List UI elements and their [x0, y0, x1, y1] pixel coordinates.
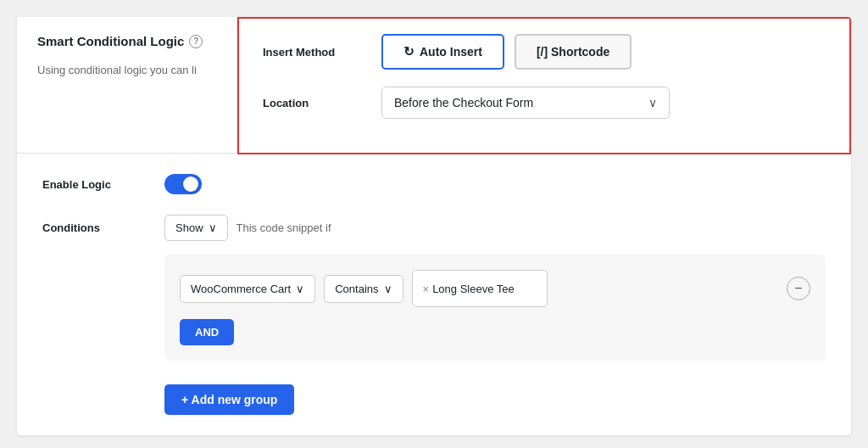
add-new-group-button[interactable]: + Add new group [164, 384, 294, 415]
insert-method-buttons: ↻ Auto Insert [/] Shortcode [381, 34, 632, 70]
location-dropdown[interactable]: Before the Checkout Form ∨ [381, 87, 670, 119]
left-panel: Smart Conditional Logic ? Using conditio… [17, 17, 237, 153]
tag-input[interactable]: × Long Sleeve Tee [412, 270, 548, 307]
show-dropdown[interactable]: Show ∨ [164, 215, 228, 241]
condition-row: WooCommerce Cart ∨ Contains ∨ × Long Sle… [180, 270, 810, 307]
conditions-content: Show ∨ This code snippet if WooCommerce … [164, 215, 826, 415]
panel-description: Using conditional logic you can li [37, 62, 216, 79]
contains-chevron-icon: ∨ [384, 283, 392, 295]
enable-logic-label: Enable Logic [42, 178, 144, 191]
show-condition-row: Show ∨ This code snippet if [164, 215, 826, 241]
contains-label: Contains [335, 283, 378, 295]
shortcode-button[interactable]: [/] Shortcode [515, 34, 632, 70]
help-icon[interactable]: ? [189, 35, 203, 48]
tag-value: Long Sleeve Tee [432, 283, 515, 295]
conditions-label: Conditions [42, 215, 144, 234]
location-row: Location Before the Checkout Form ∨ [263, 87, 826, 119]
panel-title-text: Smart Conditional Logic [37, 34, 184, 48]
enable-logic-toggle[interactable] [164, 174, 202, 194]
toggle-knob [183, 176, 198, 192]
woocommerce-chevron-icon: ∨ [296, 283, 304, 295]
show-chevron-icon: ∨ [209, 221, 217, 234]
tag: × Long Sleeve Tee [423, 283, 515, 295]
panel-title: Smart Conditional Logic ? [37, 34, 216, 48]
auto-insert-button[interactable]: ↻ Auto Insert [381, 34, 504, 70]
show-label: Show [175, 221, 203, 234]
refresh-icon: ↻ [403, 44, 415, 59]
remove-condition-button[interactable]: − [787, 277, 810, 300]
location-label: Location [263, 97, 364, 109]
right-panel: Insert Method ↻ Auto Insert [/] Shortcod… [237, 17, 851, 153]
conditions-row: Conditions Show ∨ This code snippet if W… [42, 215, 826, 415]
page-wrapper: Smart Conditional Logic ? Using conditio… [17, 17, 851, 435]
bottom-section: Enable Logic Conditions Show ∨ This code… [17, 154, 851, 435]
enable-logic-row: Enable Logic [42, 174, 826, 194]
woocommerce-cart-dropdown[interactable]: WooCommerce Cart ∨ [180, 275, 315, 303]
location-value: Before the Checkout Form [394, 96, 533, 109]
minus-icon: − [794, 281, 802, 296]
insert-method-row: Insert Method ↻ Auto Insert [/] Shortcod… [263, 34, 826, 70]
snippet-text: This code snippet if [236, 221, 331, 234]
auto-insert-label: Auto Insert [420, 45, 482, 59]
condition-group: WooCommerce Cart ∨ Contains ∨ × Long Sle… [164, 255, 826, 361]
contains-dropdown[interactable]: Contains ∨ [324, 275, 403, 303]
chevron-down-icon: ∨ [648, 96, 657, 109]
woocommerce-cart-label: WooCommerce Cart [191, 283, 291, 295]
tag-x[interactable]: × [423, 283, 430, 295]
top-section: Smart Conditional Logic ? Using conditio… [17, 17, 851, 154]
insert-method-label: Insert Method [263, 46, 364, 59]
shortcode-label: [/] Shortcode [537, 45, 609, 59]
and-button[interactable]: AND [180, 319, 234, 345]
